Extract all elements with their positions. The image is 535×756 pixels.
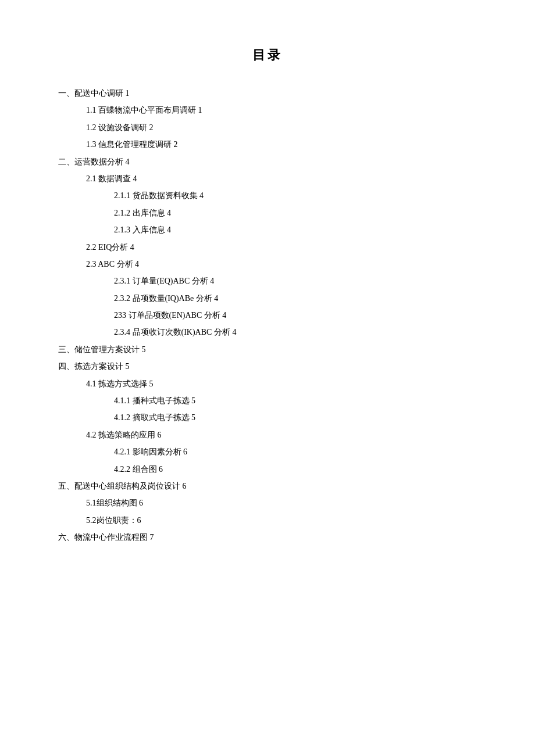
toc-item: 三、储位管理方案设计 5 <box>58 341 477 358</box>
toc-item: 2.3.4 品项收订次数(IK)ABC 分析 4 <box>114 324 477 341</box>
toc-item: 2.1 数据调查 4 <box>86 170 477 187</box>
toc-item: 1.1 百蝶物流中心平面布局调研 1 <box>86 102 477 119</box>
toc-entry-text: 1.3 信息化管理程度调研 2 <box>86 140 178 149</box>
toc-item: 六、物流中心作业流程图 7 <box>58 529 477 546</box>
toc-entry-text: 2.1.2 出库信息 4 <box>114 209 171 217</box>
toc-entry-text: 2.3 ABC 分析 4 <box>86 260 139 268</box>
toc-item: 2.3.1 订单量(EQ)ABC 分析 4 <box>114 273 477 289</box>
toc-item: 4.2 拣选策略的应用 6 <box>86 427 477 443</box>
toc-entry-text: 4.2.1 影响因素分析 6 <box>114 447 187 456</box>
toc-entry-text: 四、拣选方案设计 5 <box>58 362 130 371</box>
toc-item: 2.3 ABC 分析 4 <box>86 256 477 273</box>
toc-entry-text: 一、配送中心调研 1 <box>58 89 130 98</box>
toc-item: 1.3 信息化管理程度调研 2 <box>86 136 477 153</box>
toc-entry-text: 三、储位管理方案设计 5 <box>58 345 146 354</box>
toc-entry-text: 2.2 EIQ分析 4 <box>86 243 134 252</box>
toc-item: 1.2 设施设备调研 2 <box>86 119 477 136</box>
toc-item: 4.2.1 影响因素分析 6 <box>114 443 477 460</box>
toc-entry-text: 233 订单品项数(EN)ABC 分析 4 <box>114 311 226 320</box>
toc-entry-text: 2.3.4 品项收订次数(IK)ABC 分析 4 <box>114 328 236 336</box>
toc-entry-text: 五、配送中心组织结构及岗位设计 6 <box>58 482 187 490</box>
toc-entry-text: 4.1.1 播种式电子拣选 5 <box>114 396 195 405</box>
toc-entry-text: 5.2岗位职责：6 <box>86 516 141 525</box>
toc-entry-text: 4.1.2 摘取式电子拣选 5 <box>114 413 195 422</box>
toc-entry-text: 1.1 百蝶物流中心平面布局调研 1 <box>86 106 202 114</box>
toc-item: 4.2.2 组合图 6 <box>114 461 477 478</box>
toc-entry-text: 2.3.2 品项数量(IQ)ABe 分析 4 <box>114 294 218 303</box>
toc-item: 4.1 拣选方式选择 5 <box>86 375 477 392</box>
toc-entry-text: 2.1.3 入库信息 4 <box>114 225 171 234</box>
toc-item: 2.1.2 出库信息 4 <box>114 205 477 221</box>
toc-item: 四、拣选方案设计 5 <box>58 358 477 375</box>
toc-entry-text: 二、运营数据分析 4 <box>58 157 130 166</box>
toc-item: 2.2 EIQ分析 4 <box>86 239 477 256</box>
toc-entry-text: 2.1.1 货品数据资料收集 4 <box>114 191 204 200</box>
toc-item: 二、运营数据分析 4 <box>58 153 477 170</box>
page: 目录 一、配送中心调研 11.1 百蝶物流中心平面布局调研 11.2 设施设备调… <box>0 0 535 756</box>
toc-item: 4.1.2 摘取式电子拣选 5 <box>114 409 477 426</box>
toc-entry-text: 1.2 设施设备调研 2 <box>86 123 154 132</box>
toc-entry-text: 5.1组织结构图 6 <box>86 499 143 507</box>
toc-item: 一、配送中心调研 1 <box>58 85 477 102</box>
toc-list: 一、配送中心调研 11.1 百蝶物流中心平面布局调研 11.2 设施设备调研 2… <box>58 85 477 546</box>
toc-item: 5.2岗位职责：6 <box>86 512 477 529</box>
toc-item: 233 订单品项数(EN)ABC 分析 4 <box>114 307 477 324</box>
toc-item: 2.1.1 货品数据资料收集 4 <box>114 187 477 204</box>
toc-item: 4.1.1 播种式电子拣选 5 <box>114 392 477 409</box>
toc-entry-text: 4.1 拣选方式选择 5 <box>86 379 154 388</box>
toc-entry-text: 六、物流中心作业流程图 7 <box>58 533 154 542</box>
toc-item: 五、配送中心组织结构及岗位设计 6 <box>58 478 477 495</box>
toc-item: 5.1组织结构图 6 <box>86 495 477 511</box>
toc-entry-text: 2.1 数据调查 4 <box>86 174 137 183</box>
toc-entry-text: 4.2.2 组合图 6 <box>114 465 163 474</box>
toc-entry-text: 4.2 拣选策略的应用 6 <box>86 431 162 439</box>
page-title: 目录 <box>58 46 477 64</box>
toc-entry-text: 2.3.1 订单量(EQ)ABC 分析 4 <box>114 277 214 285</box>
toc-item: 2.3.2 品项数量(IQ)ABe 分析 4 <box>114 290 477 307</box>
toc-item: 2.1.3 入库信息 4 <box>114 221 477 238</box>
